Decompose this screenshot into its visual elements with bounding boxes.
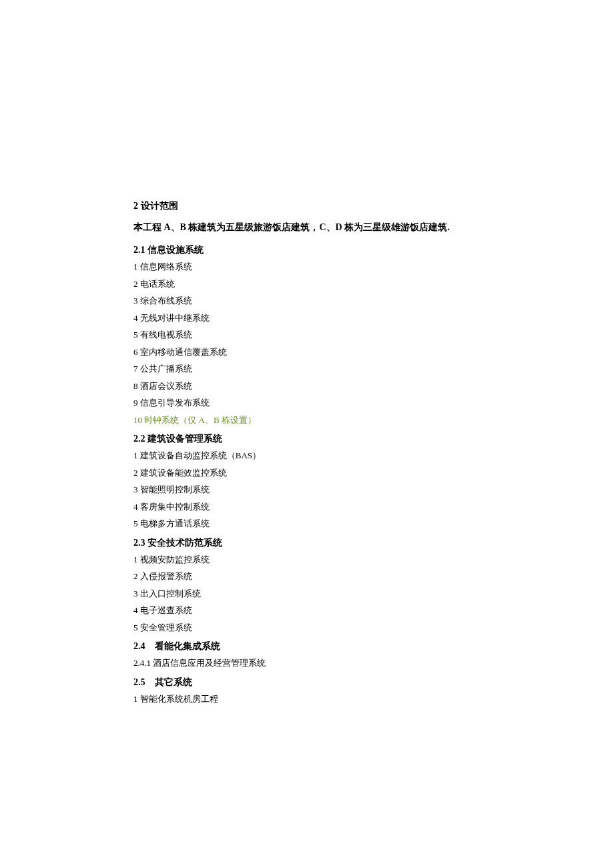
list-item: 6 室内移动通信覆盖系统 xyxy=(133,346,481,359)
section-title: 2.4 看能化集成系统 xyxy=(133,640,481,653)
list-item: 4 无线对讲中继系统 xyxy=(133,312,481,325)
list-item: 4 客房集中控制系统 xyxy=(133,500,481,514)
list-item: 1 信息网络系统 xyxy=(133,260,481,274)
list-item: 3 出入口控制系统 xyxy=(133,587,481,600)
section-2-4: 2.4 看能化集成系统 2.4.1 酒店信息应用及经营管理系统 xyxy=(133,640,481,670)
section-2-2: 2.2 建筑设备管理系统 1 建筑设备自动监控系统（BAS） 2 建筑设备能效监… xyxy=(133,433,481,530)
section-title: 2.3 安全技术防范系统 xyxy=(133,537,481,549)
list-item: 7 公共广播系统 xyxy=(133,362,481,376)
list-item: 3 智能照明控制系统 xyxy=(133,483,481,496)
list-item: 5 有线电视系统 xyxy=(133,328,481,342)
list-item: 4 电子巡查系统 xyxy=(133,604,481,617)
section-title: 2.1 信息设施系统 xyxy=(133,244,481,256)
list-item: 2 入侵报警系统 xyxy=(133,570,481,583)
list-item: 2.4.1 酒店信息应用及经营管理系统 xyxy=(133,657,481,670)
list-item: 5 安全管理系统 xyxy=(133,621,481,634)
section-title: 2.5 其它系统 xyxy=(133,677,481,689)
list-item: 5 电梯多方通话系统 xyxy=(133,517,481,530)
doc-intro: 本工程 A、B 栋建筑为五星级旅游饭店建筑，C、D 栋为三星级雄游饭店建筑. xyxy=(133,222,481,234)
list-item: 1 智能化系统机房工程 xyxy=(133,693,481,706)
list-item: 8 酒店会议系统 xyxy=(133,380,481,393)
list-item: 1 视频安防监控系统 xyxy=(133,553,481,566)
section-2-5: 2.5 其它系统 1 智能化系统机房工程 xyxy=(133,677,481,706)
section-title: 2.2 建筑设备管理系统 xyxy=(133,433,481,445)
list-item: 2 电话系统 xyxy=(133,278,481,291)
section-2-1: 2.1 信息设施系统 1 信息网络系统 2 电话系统 3 综合布线系统 4 无线… xyxy=(133,244,481,426)
list-item: 2 建筑设备能效监控系统 xyxy=(133,466,481,480)
doc-heading: 2 设计范围 xyxy=(133,200,481,212)
list-item-highlighted: 10 时钟系统（仅 A、B 栋设置） xyxy=(133,414,481,427)
section-2-3: 2.3 安全技术防范系统 1 视频安防监控系统 2 入侵报警系统 3 出入口控制… xyxy=(133,537,481,634)
list-item: 1 建筑设备自动监控系统（BAS） xyxy=(133,449,481,462)
list-item: 9 信息引导发布系统 xyxy=(133,396,481,410)
list-item: 3 综合布线系统 xyxy=(133,294,481,308)
